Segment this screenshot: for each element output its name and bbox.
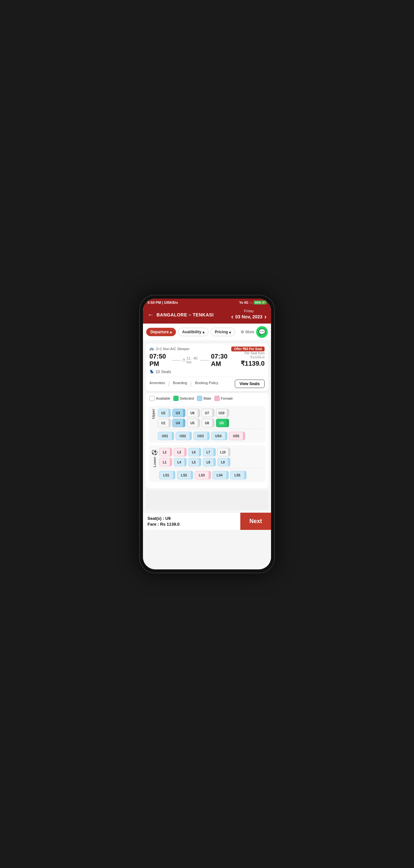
selected-box xyxy=(173,396,178,401)
next-date-button[interactable]: › xyxy=(264,313,267,320)
seat-L3[interactable]: L3 xyxy=(174,448,186,456)
availability-filter[interactable]: Availibility ▴ xyxy=(178,328,209,336)
seat-U8[interactable]: U8 xyxy=(202,419,214,427)
status-icons: Yo 4G ↑↓ 91% ⚡ xyxy=(239,301,267,305)
seat-L6[interactable]: L6 xyxy=(188,448,201,456)
seat-U2[interactable]: U2 xyxy=(158,409,171,417)
offer-badge: Offer ₹60 Per Seat xyxy=(231,346,265,351)
upper-deck-content: U2 U3 U6 xyxy=(158,409,263,440)
price-section: Offer ₹60 Per Seat Per Seat from ₹1199.0… xyxy=(231,346,265,367)
sleeper-US1[interactable]: US1 xyxy=(158,432,174,440)
seats-label: Seats xyxy=(161,370,171,374)
boarding-link[interactable]: Boarding xyxy=(173,381,187,387)
original-price: ₹1199.0 xyxy=(231,355,265,360)
route-title: BANGALORE – TENKASI xyxy=(157,312,214,317)
lower-deck-content: L2 L3 L6 xyxy=(159,448,263,479)
status-time: 5:50 PM | 105KB/s xyxy=(147,301,178,305)
day-label: Friday xyxy=(231,309,267,313)
seat-U6[interactable]: U6 xyxy=(187,409,200,417)
seat-L8[interactable]: L8 xyxy=(203,458,216,466)
available-label: Available xyxy=(156,397,170,400)
booking-policy-link[interactable]: Booking Policy xyxy=(195,381,218,387)
seat-legend: Available Selected Male Female xyxy=(145,393,269,404)
seat-U5[interactable]: U5 xyxy=(187,419,200,427)
arrival-time: 07:30 AM xyxy=(211,353,231,368)
seat-U9[interactable]: U9 xyxy=(216,419,229,427)
sleeper-US3[interactable]: US3 xyxy=(194,432,210,440)
sleeper-US2[interactable]: US2 xyxy=(176,432,192,440)
pricing-filter[interactable]: Pricing ▴ xyxy=(211,328,235,336)
next-button[interactable]: Next xyxy=(240,513,271,530)
lower-deck-icon: ⚽ xyxy=(151,449,158,455)
bus-info: 🚌 2+1 Non A/C Sleeper 07:50 PM ⏱ 11 : 40… xyxy=(149,346,231,374)
seat-U7[interactable]: U7 xyxy=(202,409,214,417)
header-left: ← BANGALORE – TENKASI xyxy=(147,311,214,318)
upper-row-1: U2 U3 U6 xyxy=(158,409,263,417)
amenities-link[interactable]: Amenities xyxy=(149,381,165,387)
seat-U1[interactable]: U1 xyxy=(158,419,171,427)
seat-L7[interactable]: L7 xyxy=(203,448,216,456)
colon2: : xyxy=(158,522,160,527)
seat-L2[interactable]: L2 xyxy=(159,448,172,456)
seats-row: 💺 10 Seats xyxy=(149,370,231,374)
seats-label: Seat(s) xyxy=(147,516,162,521)
sleeper-LS3[interactable]: LS3 xyxy=(195,471,211,479)
lower-row-2: L1 L4 L5 xyxy=(159,458,263,466)
sleeper-LS1[interactable]: LS1 xyxy=(159,471,175,479)
seat-L10[interactable]: L10 xyxy=(217,448,230,456)
fare-info: Fare : Rs 1139.0 xyxy=(147,522,236,527)
female-box xyxy=(214,396,219,401)
lower-deck-icons: ⚽ Lower xyxy=(151,448,158,467)
seat-L5[interactable]: L5 xyxy=(188,458,201,466)
timing-row: 07:50 PM ⏱ 11 : 40 hrs 07:30 AM xyxy=(149,353,231,368)
back-button[interactable]: ← xyxy=(147,311,154,318)
seat-map: Upper U2 U3 xyxy=(145,404,269,488)
seat-L4[interactable]: L4 xyxy=(174,458,186,466)
whatsapp-button[interactable]: 💬 xyxy=(256,326,268,338)
sleeper-LS5[interactable]: LS5 xyxy=(230,471,246,479)
sleeper-LS2[interactable]: LS2 xyxy=(177,471,193,479)
status-bar: 5:50 PM | 105KB/s Yo 4G ↑↓ 91% ⚡ xyxy=(143,299,271,306)
prev-date-button[interactable]: ‹ xyxy=(231,313,234,320)
bottom-bar: Seat(s) : U9 Fare : Rs 1139.0 Next xyxy=(143,513,271,530)
colon1: : xyxy=(163,516,165,521)
amenities-row: Amenities | Boarding | Booking Policy Vi… xyxy=(149,377,265,388)
seat-icon: 💺 xyxy=(149,370,154,374)
lower-deck: ⚽ Lower L2 L3 xyxy=(149,445,265,482)
bus-icon: 🚌 xyxy=(149,346,154,351)
seat-U3[interactable]: U3 xyxy=(172,409,185,417)
departure-filter[interactable]: Departure ▴ xyxy=(146,328,176,336)
lower-row-1: L2 L3 L6 xyxy=(159,448,263,456)
network-icon: Yo 4G ↑↓ xyxy=(239,301,252,305)
sleeper-US4[interactable]: US4 xyxy=(211,432,228,440)
seat-L1[interactable]: L1 xyxy=(159,458,172,466)
discounted-price: ₹1139.0 xyxy=(231,360,265,367)
current-date: 03 Nov, 2023 xyxy=(236,314,263,319)
battery-indicator: 91% ⚡ xyxy=(253,301,267,305)
bus-card-top: 🚌 2+1 Non A/C Sleeper 07:50 PM ⏱ 11 : 40… xyxy=(149,346,265,374)
seat-U4[interactable]: U4 xyxy=(172,419,185,427)
fare-value: Rs 1139.0 xyxy=(160,522,179,527)
main-content: 🚌 2+1 Non A/C Sleeper 07:50 PM ⏱ 11 : 40… xyxy=(143,341,271,569)
male-label: Male xyxy=(203,397,211,400)
more-filters[interactable]: ⚙ More xyxy=(241,330,254,334)
bus-type-row: 🚌 2+1 Non A/C Sleeper xyxy=(149,346,231,351)
female-label: Female xyxy=(221,397,233,400)
header: ← BANGALORE – TENKASI Friday ‹ 03 Nov, 2… xyxy=(143,306,271,323)
upper-deck-label: Upper xyxy=(151,409,157,422)
bus-card: 🚌 2+1 Non A/C Sleeper 07:50 PM ⏱ 11 : 40… xyxy=(145,343,269,391)
date-section: Friday ‹ 03 Nov, 2023 › xyxy=(231,309,267,320)
sleeper-US5[interactable]: US5 xyxy=(229,432,245,440)
sleeper-LS4[interactable]: LS4 xyxy=(212,471,229,479)
legend-selected: Selected xyxy=(173,396,194,401)
seat-L9[interactable]: L9 xyxy=(217,458,230,466)
legend-available: Available xyxy=(149,396,170,401)
per-seat-label: Per Seat from xyxy=(231,351,265,355)
bus-type: 2+1 Non A/C Sleeper xyxy=(156,347,189,351)
amenities-links: Amenities | Boarding | Booking Policy xyxy=(149,381,218,387)
fare-label: Fare xyxy=(147,522,156,527)
view-seats-button[interactable]: View Seats xyxy=(235,380,265,388)
seat-U10[interactable]: U10 xyxy=(216,409,229,417)
available-box xyxy=(149,396,154,401)
duration-info: ⏱ 11 : 40 hrs xyxy=(172,356,209,364)
